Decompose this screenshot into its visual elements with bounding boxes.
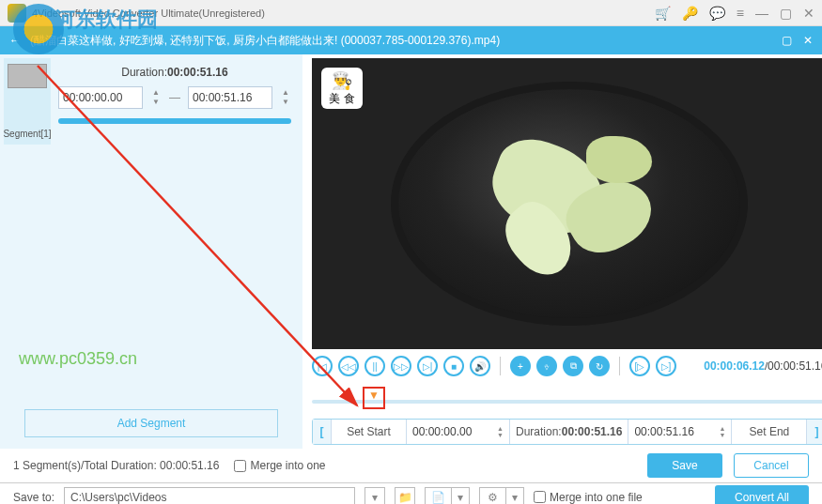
- segment-tab[interactable]: Segment[1]: [4, 58, 51, 145]
- open-folder-icon[interactable]: 📁: [395, 487, 415, 505]
- bracket-end-button[interactable]: ]: [807, 420, 822, 444]
- merge-checkbox[interactable]: Merge into one: [234, 459, 325, 472]
- minimize-icon[interactable]: —: [755, 6, 768, 21]
- split-button[interactable]: ⎀: [536, 356, 557, 376]
- mark-in-button[interactable]: [▷: [629, 356, 650, 376]
- add-segment-button[interactable]: Add Segment: [24, 409, 278, 437]
- reset-button[interactable]: ↻: [589, 356, 610, 376]
- window-close-icon[interactable]: ✕: [803, 34, 813, 47]
- prev-frame-button[interactable]: |◁: [312, 356, 333, 376]
- back-icon[interactable]: ←: [9, 34, 21, 47]
- segment-slider[interactable]: [58, 118, 291, 124]
- segment-start-input[interactable]: 00:00:00.00: [58, 86, 143, 109]
- mark-out-button[interactable]: ▷]: [656, 356, 676, 376]
- timeline[interactable]: [312, 387, 822, 411]
- feedback-icon[interactable]: 💬: [709, 6, 725, 21]
- trim-row: [ Set Start 00:00:00.00 ▲▼ Duration:00:0…: [312, 419, 822, 445]
- trim-start-down-icon[interactable]: ▼: [497, 432, 504, 438]
- save-to-label: Save to:: [13, 491, 54, 504]
- rewind-button[interactable]: ◁◁: [338, 356, 359, 376]
- key-icon[interactable]: 🔑: [682, 6, 698, 21]
- stop-button[interactable]: ■: [443, 356, 464, 376]
- trim-start-up-icon[interactable]: ▲: [497, 425, 504, 432]
- end-down-icon[interactable]: ▼: [280, 98, 291, 107]
- video-preview: 美 食 小房美食: [312, 58, 822, 349]
- copy-button[interactable]: ⧉: [563, 356, 583, 376]
- tool-icon-1[interactable]: 📄: [426, 488, 452, 505]
- segment-duration: Duration:00:00:51.16: [58, 66, 291, 79]
- trim-end-input[interactable]: 00:00:51.16 ▲▼: [628, 420, 732, 444]
- volume-button[interactable]: 🔊: [470, 356, 490, 376]
- end-up-icon[interactable]: ▲: [280, 88, 291, 98]
- file-name: (醋溜白菜这样做, 好吃到爆, 还特别下饭, 厨房小白都能做出来! (00003…: [30, 33, 782, 49]
- trim-end-up-icon[interactable]: ▲: [719, 425, 725, 432]
- pause-button[interactable]: ||: [364, 356, 385, 376]
- fastforward-button[interactable]: ▷▷: [391, 356, 411, 376]
- save-path-input[interactable]: C:\Users\pc\Videos: [64, 487, 355, 505]
- playback-time: 00:00:06.12/00:00:51.16: [704, 359, 822, 373]
- set-end-button[interactable]: Set End: [732, 420, 807, 444]
- path-dropdown-icon[interactable]: ▾: [364, 487, 385, 505]
- segment-label: Segment[1]: [3, 129, 51, 139]
- annotation-highlight: [363, 387, 385, 409]
- start-up-icon[interactable]: ▲: [150, 88, 162, 98]
- trim-duration: Duration:00:00:51.16: [510, 420, 628, 444]
- next-frame-button[interactable]: ▷|: [417, 356, 438, 376]
- bottom-bar: Save to: C:\Users\pc\Videos ▾ 📁 📄 ▾ ⚙ ▾ …: [0, 482, 822, 504]
- playback-controls: |◁ ◁◁ || ▷▷ ▷| ■ 🔊 + ⎀ ⧉ ↻ [▷ ▷] 00:00:0…: [312, 349, 822, 383]
- cart-icon[interactable]: 🛒: [655, 6, 671, 21]
- settings-dropdown-icon[interactable]: ▾: [506, 488, 523, 505]
- segment-panel: Segment[1] Duration:00:00:51.16 00:00:00…: [0, 54, 302, 449]
- trim-end-down-icon[interactable]: ▼: [719, 432, 725, 438]
- add-button[interactable]: +: [510, 356, 531, 376]
- cancel-button[interactable]: Cancel: [734, 453, 809, 478]
- segment-summary: 1 Segment(s)/Total Duration: 00:00:51.16: [13, 459, 219, 472]
- chef-logo-icon: 美 食: [321, 68, 363, 109]
- start-down-icon[interactable]: ▼: [150, 98, 162, 107]
- save-button[interactable]: Save: [647, 453, 722, 478]
- convert-all-button[interactable]: Convert All: [715, 485, 809, 505]
- app-title: 4Videosoft Video Converter Ultimate(Unre…: [32, 8, 655, 19]
- trim-start-input[interactable]: 00:00:00.00 ▲▼: [407, 420, 510, 444]
- maximize-icon[interactable]: ▢: [780, 6, 792, 21]
- close-icon[interactable]: ✕: [803, 6, 814, 21]
- file-bar: ← (醋溜白菜这样做, 好吃到爆, 还特别下饭, 厨房小白都能做出来! (000…: [0, 26, 822, 54]
- app-logo-icon: [8, 4, 26, 23]
- footer: 1 Segment(s)/Total Duration: 00:00:51.16…: [0, 449, 822, 482]
- titlebar: 4Videosoft Video Converter Ultimate(Unre…: [0, 0, 822, 26]
- set-start-button[interactable]: Set Start: [332, 420, 407, 444]
- segment-end-input[interactable]: 00:00:51.16: [188, 86, 272, 109]
- menu-icon[interactable]: ≡: [737, 6, 744, 21]
- segment-thumbnail: [8, 64, 47, 88]
- tool-icon-1-dropdown[interactable]: ▾: [452, 488, 469, 505]
- bracket-start-button[interactable]: [: [313, 420, 332, 444]
- window-maximize-icon[interactable]: ▢: [782, 34, 792, 47]
- merge-file-checkbox[interactable]: Merge into one file: [534, 491, 643, 504]
- settings-icon[interactable]: ⚙: [480, 488, 506, 505]
